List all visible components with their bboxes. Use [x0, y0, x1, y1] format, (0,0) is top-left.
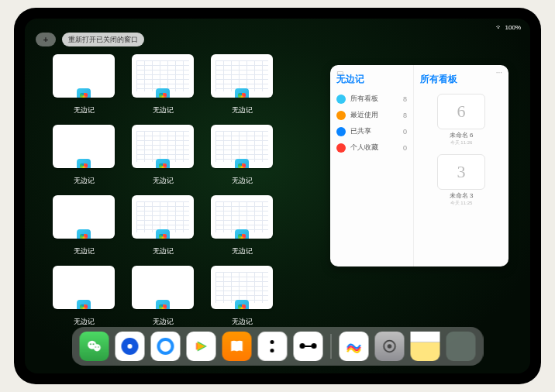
category-count: 8 [403, 95, 407, 103]
wechat-icon[interactable] [80, 332, 109, 361]
settings-icon[interactable] [375, 332, 405, 361]
category-label: 最近使用 [350, 110, 378, 120]
window-thumbnail[interactable]: 无边记 [211, 266, 273, 327]
notes-icon[interactable] [411, 332, 440, 361]
board-item[interactable]: 3未命名 3今天 11:25 [420, 154, 502, 207]
category-icon [336, 95, 346, 104]
window-preview [53, 195, 115, 239]
window-preview [132, 54, 194, 98]
window-label: 无边记 [74, 105, 95, 115]
video-icon[interactable] [187, 332, 216, 361]
window-preview [211, 195, 273, 239]
window-label: 无边记 [74, 176, 95, 186]
status-bar: ᯤ 100% [25, 22, 530, 33]
freeform-app-icon [77, 300, 91, 309]
freeform-app-icon [156, 229, 170, 239]
svg-point-10 [388, 344, 392, 349]
board-thumbnail: 6 [437, 94, 485, 129]
svg-point-5 [98, 346, 98, 347]
dice-icon[interactable] [258, 332, 288, 361]
window-thumbnail[interactable]: 无边记 [132, 266, 194, 327]
dock [72, 327, 484, 366]
freeform-app-icon [235, 300, 249, 309]
dock-separator [331, 334, 332, 359]
window-label: 无边记 [153, 176, 174, 186]
window-label: 无边记 [74, 317, 95, 327]
window-thumbnail[interactable]: 无边记 [211, 54, 273, 115]
svg-point-4 [95, 346, 96, 347]
svg-point-1 [94, 344, 101, 351]
window-label: 无边记 [232, 246, 253, 256]
window-toolbar: + 重新打开已关闭的窗口 [36, 33, 144, 46]
category-row[interactable]: 已共享0 [336, 126, 407, 136]
category-row[interactable]: 所有看板8 [336, 94, 407, 104]
window-label: 无边记 [232, 105, 253, 115]
freeform-app-icon [156, 88, 170, 98]
window-label: 无边记 [232, 176, 253, 186]
window-preview [132, 125, 194, 168]
board-timestamp: 今天 11:25 [420, 200, 502, 207]
panel-sidebar: 无边记 所有看板8最近使用8已共享0个人收藏0 [330, 65, 414, 266]
window-thumbnail[interactable]: 无边记 [53, 54, 115, 115]
freeform-app-icon [156, 159, 170, 168]
browser-icon[interactable] [151, 332, 181, 361]
category-icon [336, 127, 346, 136]
window-thumbnail[interactable]: 无边记 [53, 195, 115, 256]
quark-icon[interactable] [115, 332, 145, 361]
window-thumbnail[interactable]: 无边记 [211, 125, 273, 186]
reopen-closed-window-button[interactable]: 重新打开已关闭的窗口 [62, 33, 144, 46]
window-thumbnail[interactable]: 无边记 [132, 195, 194, 256]
freeform-app-icon [77, 229, 91, 239]
freeform-app-icon [156, 300, 170, 309]
board-thumbnail: 3 [437, 154, 485, 190]
svg-point-2 [90, 343, 91, 345]
category-count: 0 [403, 128, 407, 136]
ipad-frame: ᯤ 100% + 重新打开已关闭的窗口 无边记无边记无边记无边记无边记无边记无边… [14, 8, 541, 384]
category-count: 8 [403, 112, 407, 119]
recent-apps-icon[interactable] [446, 332, 476, 361]
plus-icon: + [43, 35, 48, 44]
sidebar-toggle-icon[interactable]: ▭ [336, 68, 343, 77]
window-label: 无边记 [153, 246, 174, 256]
window-preview [132, 266, 194, 309]
board-item[interactable]: 6未命名 6今天 11:26 [420, 94, 502, 146]
category-row[interactable]: 个人收藏0 [336, 143, 407, 153]
window-label: 无边记 [153, 317, 174, 327]
window-thumbnail[interactable]: 无边记 [132, 125, 194, 186]
books-icon[interactable] [222, 332, 252, 361]
window-label: 无边记 [232, 317, 253, 327]
category-count: 0 [403, 144, 407, 152]
svg-point-3 [93, 343, 95, 345]
window-preview [53, 125, 115, 168]
freeform-split-panel[interactable]: ▭ ··· 无边记 所有看板8最近使用8已共享0个人收藏0 所有看板 6未命名 … [330, 65, 508, 266]
window-thumbnail[interactable]: 无边记 [132, 54, 194, 115]
new-window-button[interactable]: + [36, 33, 56, 46]
category-label: 个人收藏 [350, 143, 378, 153]
window-preview [211, 266, 273, 309]
app-windows-grid: 无边记无边记无边记无边记无边记无边记无边记无边记无边记无边记无边记无边记 [53, 54, 352, 327]
board-label: 未命名 6 [420, 131, 502, 139]
panel-board-list: 所有看板 6未命名 6今天 11:263未命名 3今天 11:25 [414, 65, 508, 266]
freeform-icon[interactable] [340, 332, 369, 361]
graph-icon[interactable] [294, 332, 323, 361]
freeform-app-icon [235, 159, 249, 168]
reopen-label: 重新打开已关闭的窗口 [68, 35, 138, 45]
board-timestamp: 今天 11:26 [420, 139, 502, 146]
wifi-icon: ᯤ [496, 24, 502, 31]
category-row[interactable]: 最近使用8 [336, 110, 407, 120]
freeform-app-icon [235, 88, 249, 98]
window-thumbnail[interactable]: 无边记 [53, 266, 115, 327]
window-preview [53, 266, 115, 309]
freeform-app-icon [77, 88, 91, 98]
freeform-app-icon [235, 229, 249, 239]
window-preview [211, 54, 273, 98]
window-preview [53, 54, 115, 98]
window-thumbnail[interactable]: 无边记 [211, 195, 273, 256]
board-label: 未命名 3 [420, 191, 502, 200]
category-icon [336, 143, 346, 153]
category-icon [336, 111, 346, 120]
category-label: 已共享 [350, 126, 371, 136]
freeform-app-icon [77, 159, 91, 168]
more-icon[interactable]: ··· [496, 68, 502, 77]
window-thumbnail[interactable]: 无边记 [53, 125, 115, 186]
